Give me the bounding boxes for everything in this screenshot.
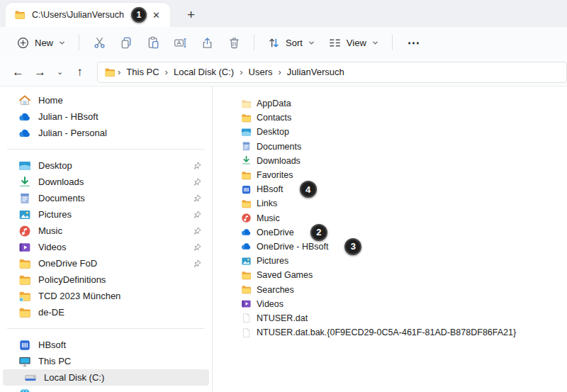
sidebar-item-label: TCD 2023 München	[38, 291, 120, 301]
sidebar-item-label: PolicyDefinitions	[38, 274, 106, 285]
new-button-label: New	[35, 38, 53, 48]
explorer-tab[interactable]: C:\Users\JulianVersuch 1 ✕	[6, 3, 170, 27]
toolbar-divider	[392, 35, 393, 50]
file-name: Downloads	[257, 156, 301, 166]
breadcrumb-segment-this-pc[interactable]: This PC	[121, 65, 164, 79]
file-name: Links	[257, 198, 277, 208]
recent-locations-button[interactable]: ⌄	[51, 65, 69, 79]
sidebar-item-de-de[interactable]: de-DE	[3, 304, 209, 320]
sidebar-item-music[interactable]: Music	[3, 223, 209, 239]
sidebar-item-label: Documents	[38, 193, 85, 203]
globe-icon	[18, 388, 31, 392]
file-item-searches[interactable]: Searches	[241, 282, 567, 296]
file-item-pictures[interactable]: Pictures	[241, 254, 567, 268]
sidebar-item-downloads[interactable]: Downloads	[3, 174, 209, 190]
file-item-saved-games[interactable]: Saved Games	[241, 268, 567, 282]
breadcrumb-separator: ›	[277, 67, 281, 77]
rename-button[interactable]	[167, 31, 193, 55]
file-item-contacts[interactable]: Contacts	[241, 111, 567, 125]
annotation-badge-2: 2	[310, 224, 327, 241]
toolbar-divider	[79, 35, 79, 50]
chevron-down-icon	[308, 39, 315, 47]
sidebar-item-documents[interactable]: Documents	[3, 190, 209, 206]
disk-icon	[24, 371, 37, 384]
file-item-appdata[interactable]: AppData	[241, 96, 567, 111]
sidebar-item-onedrive-fod[interactable]: OneDrive FoD	[3, 255, 209, 271]
documents-icon	[18, 192, 31, 205]
forward-button[interactable]: →	[29, 62, 51, 82]
file-name: OneDrive - HBsoft	[257, 242, 328, 252]
videos-icon	[241, 298, 252, 309]
videos-icon	[18, 241, 31, 254]
sidebar-item-desktop[interactable]: Desktop	[3, 157, 209, 174]
file-item-ntuser-dat[interactable]: NTUSER.dat	[241, 311, 567, 325]
sidebar-item-home[interactable]: Home	[3, 92, 209, 108]
file-item-links[interactable]: Links	[241, 196, 567, 211]
file-item-hbsoft[interactable]: HBsoft4	[241, 182, 567, 196]
new-tab-button[interactable]: +	[187, 8, 195, 21]
trash-icon	[228, 36, 241, 50]
pictures-icon	[18, 208, 31, 221]
sidebar-item-this-pc[interactable]: This PC	[3, 353, 209, 369]
sidebar-item-videos[interactable]: Videos	[3, 239, 209, 255]
file-item-downloads[interactable]: Downloads	[241, 154, 567, 168]
breadcrumb-segment-local-disk-c[interactable]: Local Disk (C:)	[169, 65, 239, 79]
new-button[interactable]: New	[10, 31, 72, 55]
folder-icon	[241, 170, 252, 181]
copy-button[interactable]	[113, 31, 140, 55]
sidebar-item-local-disk-c[interactable]: Local Disk (C:)	[3, 369, 209, 386]
file-name: Searches	[257, 285, 294, 295]
more-options-button[interactable]: ⋯	[399, 33, 429, 53]
cut-button[interactable]	[86, 31, 113, 55]
back-button[interactable]: ←	[7, 62, 29, 82]
sidebar-item-pictures[interactable]: Pictures	[3, 206, 209, 223]
sort-button[interactable]: Sort	[261, 31, 322, 55]
annotation-badge-4: 4	[300, 181, 317, 198]
sidebar-item-policydefinitions[interactable]: PolicyDefinitions	[3, 271, 209, 288]
pin-icon	[192, 226, 202, 236]
file-item-music[interactable]: Music	[241, 211, 567, 225]
file-item-documents[interactable]: Documents	[241, 140, 567, 154]
home-icon	[18, 94, 31, 107]
sidebar-item-julian-hbsoft[interactable]: Julian - HBsoft	[3, 108, 209, 125]
sidebar-item-julian-personal[interactable]: Julian - Personal	[3, 125, 209, 141]
file-item-videos[interactable]: Videos	[241, 297, 567, 311]
sidebar-item-label: Desktop	[38, 160, 72, 171]
sidebar-item-tcd-2023-m-nchen[interactable]: TCD 2023 München	[3, 288, 209, 304]
file-icon	[241, 327, 252, 338]
file-item-favorites[interactable]: Favorites	[241, 168, 567, 182]
annotation-badge-1: 1	[131, 7, 147, 23]
view-list-icon	[328, 36, 342, 50]
sidebar-item-hbsoft[interactable]: HBsoft	[3, 337, 209, 353]
file-item-desktop[interactable]: Desktop	[241, 125, 567, 139]
paste-button[interactable]	[140, 31, 167, 55]
tab-close-button[interactable]: ✕	[147, 9, 166, 22]
file-item-ntuser-dat-bak-0f9ecd29-0c5a-461f-81ad-b878df86fa21[interactable]: NTUSER.dat.bak.{0F9ECD29-0C5A-461F-81AD-…	[241, 325, 567, 340]
onedrive-icon	[18, 127, 31, 140]
documents-icon	[241, 141, 252, 152]
breadcrumb-segment-julianversuch[interactable]: JulianVersuch	[282, 65, 349, 79]
breadcrumb-separator: ›	[239, 67, 243, 77]
share-button[interactable]	[193, 31, 220, 55]
up-button[interactable]: ↑	[69, 62, 91, 82]
file-item-onedrive-hbsoft[interactable]: OneDrive - HBsoft3	[241, 240, 567, 254]
folder-sync-icon	[18, 290, 31, 303]
sidebar-item-item[interactable]	[3, 386, 209, 392]
sidebar-item-label: de-DE	[38, 307, 64, 318]
breadcrumb-segment-users[interactable]: Users	[244, 65, 278, 79]
folder-icon	[241, 284, 252, 295]
delete-button[interactable]	[220, 31, 247, 55]
sidebar-item-label: Julian - Personal	[38, 128, 107, 138]
file-item-onedrive[interactable]: OneDrive2	[241, 225, 567, 240]
tab-title: C:\Users\JulianVersuch	[32, 10, 124, 20]
file-name: Pictures	[257, 256, 288, 266]
chevron-down-icon	[58, 39, 66, 47]
folder-icon	[241, 270, 252, 281]
breadcrumb[interactable]: ›This PC›Local Disk (C:)›Users›JulianVer…	[97, 62, 567, 83]
file-name: Contacts	[257, 113, 291, 123]
file-name: Videos	[257, 299, 284, 309]
file-name: Saved Games	[257, 270, 313, 280]
folder-faded-icon	[241, 99, 252, 109]
view-button[interactable]: View	[322, 31, 386, 55]
sidebar-item-label: Music	[38, 225, 62, 236]
